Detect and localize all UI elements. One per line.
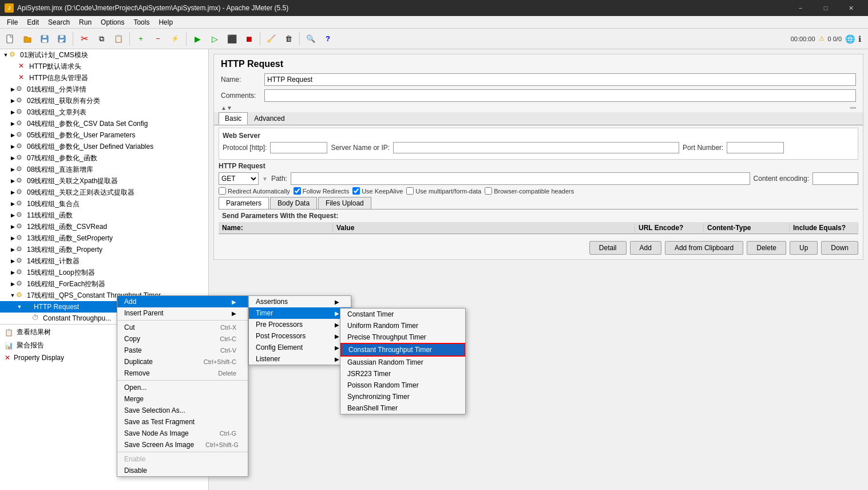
clearall-button[interactable]: 🗑 — [280, 31, 296, 47]
close-button[interactable]: ✕ — [838, 0, 863, 16]
menu-search[interactable]: Search — [43, 17, 74, 27]
ctx-insert-parent[interactable]: Insert Parent ▶ — [117, 307, 248, 319]
ctx-sep-2 — [117, 380, 248, 381]
stop-button[interactable]: ⬛ — [224, 31, 240, 47]
menu-edit[interactable]: Edit — [22, 17, 43, 27]
info-icon: ℹ — [858, 34, 861, 44]
svg-rect-5 — [60, 35, 64, 38]
ctx-enable: Enable — [117, 453, 248, 465]
globe-icon: 🌐 — [845, 34, 855, 44]
submenu2-beanshell-timer[interactable]: BeanShell Timer — [340, 402, 465, 414]
app-icon: J — [5, 3, 14, 13]
ctx-merge[interactable]: Merge — [117, 393, 248, 405]
context-menu: Add ▶ Insert Parent ▶ Cut Ctrl-X Copy Ct… — [117, 295, 248, 477]
svg-rect-2 — [43, 35, 46, 38]
menu-bar: File Edit Search Run Options Tools Help — [0, 16, 868, 29]
submenu2-gaussian-random-timer[interactable]: Gaussian Random Timer — [340, 357, 465, 368]
ctx-save-node-image[interactable]: Save Node As Image Ctrl-G — [117, 428, 248, 439]
menu-file[interactable]: File — [2, 17, 22, 27]
submenu2-constant-timer[interactable]: Constant Timer — [340, 309, 465, 320]
toolbar-sep-5 — [299, 32, 300, 46]
svg-rect-0 — [7, 35, 13, 43]
timer-submenu: Constant Timer Uniform Random Timer Prec… — [340, 308, 466, 414]
collapse-button[interactable]: − — [150, 31, 166, 47]
context-menu-overlay[interactable]: Add ▶ Insert Parent ▶ Cut Ctrl-X Copy Ct… — [0, 49, 868, 490]
submenu1-timer[interactable]: Timer ▶ — [249, 307, 351, 319]
minimize-button[interactable]: − — [788, 0, 813, 16]
start-button[interactable]: ▶ — [189, 31, 205, 47]
submenu2-precise-throughput-timer[interactable]: Precise Throughput Timer — [340, 331, 465, 343]
submenu2-poisson-random-timer[interactable]: Poisson Random Timer — [340, 380, 465, 391]
copy-button[interactable]: ⧉ — [93, 31, 109, 47]
ctx-copy[interactable]: Copy Ctrl-C — [117, 333, 248, 345]
toolbar-sep-3 — [186, 32, 187, 46]
shutdown-button[interactable]: ⏹ — [241, 31, 257, 47]
warning-icon: ⚠ — [819, 35, 825, 42]
paste-button[interactable]: 📋 — [110, 31, 126, 47]
ctx-save-selection[interactable]: Save Selection As... — [117, 405, 248, 416]
counter-display: 0 0/0 — [828, 35, 842, 42]
ctx-save-screen-image[interactable]: Save Screen As Image Ctrl+Shift-G — [117, 439, 248, 451]
clear-button[interactable]: 🧹 — [263, 31, 279, 47]
menu-options[interactable]: Options — [96, 17, 129, 27]
menu-run[interactable]: Run — [74, 17, 96, 27]
search-btn[interactable]: 🔍 — [303, 31, 319, 47]
help-btn[interactable]: ? — [320, 31, 336, 47]
window-controls: − □ ✕ — [788, 0, 863, 16]
ctx-open[interactable]: Open... — [117, 382, 248, 393]
ctx-duplicate[interactable]: Duplicate Ctrl+Shift-C — [117, 356, 248, 368]
menu-tools[interactable]: Tools — [129, 17, 154, 27]
submenu2-jsr223-timer[interactable]: JSR223 Timer — [340, 368, 465, 380]
start-nopauses-button[interactable]: ▷ — [207, 31, 223, 47]
toolbar-time: 00:00:00 ⚠ 0 0/0 🌐 ℹ — [791, 34, 866, 44]
toolbar: + ✂ ⧉ 📋 + − ⚡ ▶ ▷ ⬛ ⏹ 🧹 🗑 🔍 ? 00:00:00 ⚠… — [0, 29, 868, 49]
saveas-button[interactable]: + — [54, 31, 70, 47]
toolbar-sep-1 — [73, 32, 73, 46]
ctx-add[interactable]: Add ▶ — [117, 296, 248, 307]
ctx-sep-1 — [117, 320, 248, 321]
toolbar-sep-4 — [260, 32, 260, 46]
ctx-sep-3 — [117, 452, 248, 452]
submenu2-uniform-random-timer[interactable]: Uniform Random Timer — [340, 320, 465, 331]
add-submenu: Assertions ▶ Timer ▶ Pre Processors ▶ Po… — [248, 295, 351, 365]
toggle-button[interactable]: ⚡ — [167, 31, 183, 47]
save-button[interactable] — [37, 31, 53, 47]
menu-help[interactable]: Help — [154, 17, 177, 27]
submenu2-constant-throughput-timer[interactable]: Constant Throughput Timer — [340, 343, 465, 357]
ctx-disable[interactable]: Disable — [117, 465, 248, 476]
submenu1-config-element[interactable]: Config Element ▶ — [249, 342, 351, 353]
cut-button[interactable]: ✂ — [76, 31, 92, 47]
ctx-paste[interactable]: Paste Ctrl-V — [117, 345, 248, 356]
submenu1-post-processors[interactable]: Post Processors ▶ — [249, 330, 351, 342]
submenu1-listener[interactable]: Listener ▶ — [249, 353, 351, 365]
timer-display: 00:00:00 — [791, 35, 815, 42]
submenu1-assertions[interactable]: Assertions ▶ — [249, 296, 351, 307]
new-button[interactable] — [2, 31, 18, 47]
expand-button[interactable]: + — [133, 31, 149, 47]
title-bar: J ApiSystem.jmx (D:\Code\JmeterProject\A… — [0, 0, 868, 16]
ctx-remove[interactable]: Remove Delete — [117, 368, 248, 379]
svg-text:+: + — [62, 39, 65, 44]
toolbar-sep-2 — [129, 32, 130, 46]
maximize-button[interactable]: □ — [813, 0, 838, 16]
submenu1-pre-processors[interactable]: Pre Processors ▶ — [249, 319, 351, 330]
submenu2-synchronizing-timer[interactable]: Synchronizing Timer — [340, 391, 465, 402]
open-button[interactable] — [19, 31, 35, 47]
ctx-cut[interactable]: Cut Ctrl-X — [117, 322, 248, 333]
window-title: ApiSystem.jmx (D:\Code\JmeterProject\Api… — [17, 4, 788, 12]
svg-rect-3 — [42, 39, 47, 42]
ctx-save-test-fragment[interactable]: Save as Test Fragment — [117, 416, 248, 428]
